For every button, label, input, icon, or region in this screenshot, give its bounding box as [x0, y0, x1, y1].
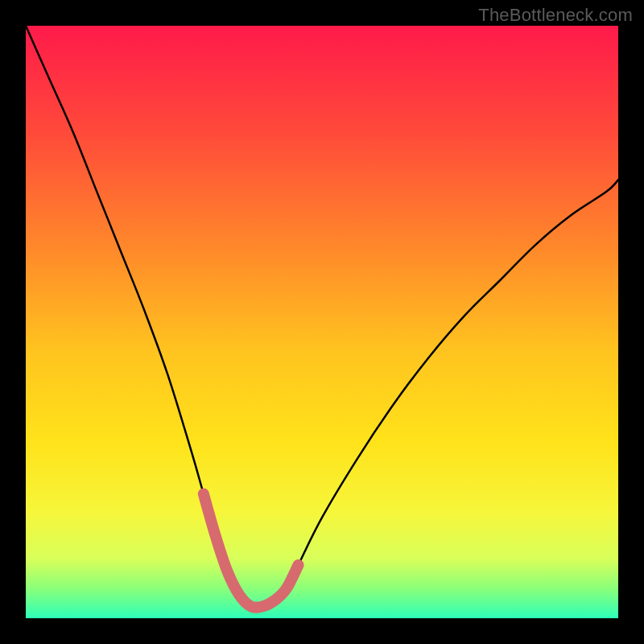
chart-frame: TheBottleneck.com — [0, 0, 644, 644]
watermark-label: TheBottleneck.com — [478, 5, 633, 26]
bottleneck-curve-chart — [0, 0, 644, 644]
plot-background — [26, 26, 618, 618]
